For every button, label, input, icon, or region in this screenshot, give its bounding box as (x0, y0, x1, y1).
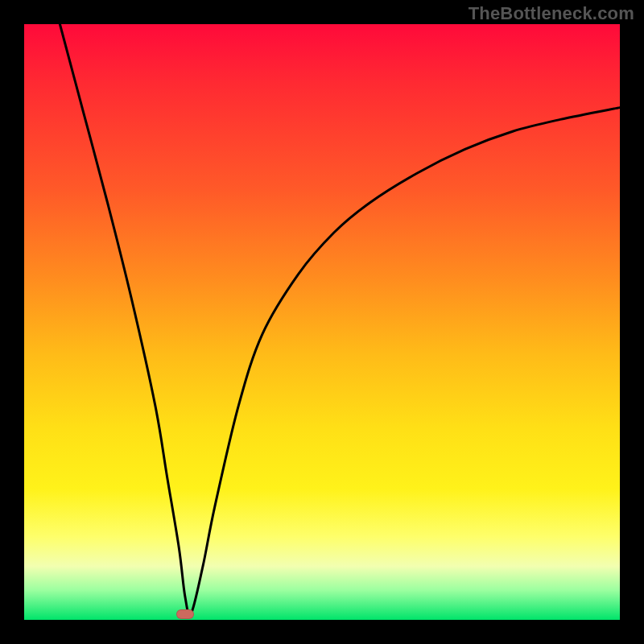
bottleneck-curve (60, 24, 620, 615)
chart-frame: TheBottleneck.com (0, 0, 644, 644)
minimum-marker (176, 609, 194, 619)
watermark-text: TheBottleneck.com (469, 3, 634, 24)
curve-svg (24, 24, 620, 620)
plot-area (24, 24, 620, 620)
